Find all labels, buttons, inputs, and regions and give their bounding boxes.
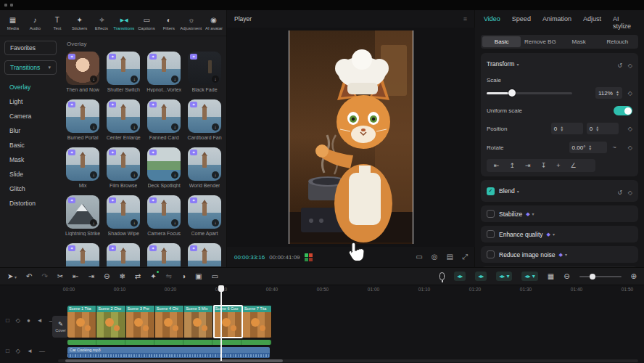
delete-left-icon[interactable]: ⇤ <box>73 272 78 280</box>
video-preview[interactable] <box>289 30 413 244</box>
stepper-icon[interactable]: ▲▼ <box>616 90 619 97</box>
align-angle-icon[interactable]: ∠ <box>570 162 576 169</box>
transition-item[interactable]: ✦↓Burned Portal <box>65 99 100 140</box>
stepper-icon[interactable]: ▲▼ <box>560 126 564 132</box>
zoom-slider-knob[interactable] <box>590 274 595 280</box>
rotate-dial-icon[interactable]: ~ <box>613 144 616 151</box>
zoom-out-icon[interactable]: ⊖ <box>564 272 569 280</box>
subtab-mask[interactable]: Mask <box>560 36 598 47</box>
sidebar-item-basic[interactable]: Basic <box>0 138 61 152</box>
player-menu-icon[interactable]: ≡ <box>463 15 467 23</box>
tab-audio[interactable]: ♪Audio <box>24 16 46 30</box>
rotate-value-field[interactable]: 0.00°▲▼ <box>569 142 607 153</box>
align-left-icon[interactable]: ⇤ <box>494 162 500 169</box>
tab-text[interactable]: TText <box>46 16 69 30</box>
transition-item[interactable]: ✦↓Fanned Card <box>146 99 181 140</box>
color-indicator-icon[interactable] <box>305 253 313 261</box>
mute-icon[interactable]: ◄ <box>27 348 33 354</box>
scrollbar-thumb[interactable] <box>65 359 283 362</box>
sidebar-item-slide[interactable]: Slide <box>0 167 61 182</box>
tab-animation[interactable]: Animation <box>542 15 571 30</box>
chevron-down-icon[interactable]: ▾ <box>517 189 519 194</box>
undo-icon[interactable]: ↶ <box>26 272 32 280</box>
uniform-scale-toggle[interactable] <box>614 106 632 115</box>
freeze-frame-icon[interactable]: ❄ <box>119 272 125 280</box>
reset-icon[interactable]: ↺ <box>617 189 622 196</box>
tab-adjustment[interactable]: ☼Adjustment <box>180 16 202 30</box>
fullscreen-icon[interactable]: ⤢ <box>462 253 468 261</box>
transition-item[interactable]: ✦↓World Bender <box>187 147 222 188</box>
subtab-retouch[interactable]: Retouch <box>598 36 637 47</box>
tab-captions[interactable]: ▭Captions <box>136 16 158 30</box>
tab-ai-avatar[interactable]: ◉AI avatar <box>202 16 225 30</box>
clip-scene-5[interactable]: Scene 5 Mix <box>184 306 213 338</box>
stepper-icon[interactable]: ▲▼ <box>595 126 599 132</box>
magic-tools-icon[interactable]: ✦ <box>150 272 156 280</box>
align-bottom-icon[interactable]: ↧ <box>541 162 547 169</box>
transition-item[interactable]: ✦ <box>187 243 222 266</box>
transition-item[interactable]: ✦ <box>65 243 100 266</box>
split-icon[interactable]: ✂ <box>57 272 63 280</box>
sidebar-item-camera[interactable]: Camera <box>0 109 61 123</box>
scale-slider-knob[interactable] <box>508 89 516 97</box>
clip-scene-1[interactable]: Scene 1 Tita <box>67 306 96 338</box>
reverse-icon[interactable]: ⇄ <box>135 272 141 280</box>
aspect-ratio-icon[interactable]: ▭ <box>416 253 422 261</box>
tab-effects[interactable]: ✧Effects <box>91 16 113 30</box>
subtab-basic[interactable]: Basic <box>482 36 521 47</box>
horizontal-scrollbar[interactable] <box>58 359 638 362</box>
sidebar-item-mask[interactable]: Mask <box>0 152 61 167</box>
clip-scene-6[interactable]: Scene 6 Coo <box>213 306 242 338</box>
transition-item[interactable]: ✦↓Shutter Switch <box>106 52 141 92</box>
sidebar-item-overlay[interactable]: Overlay <box>0 80 61 94</box>
mute-icon[interactable]: ◄ <box>37 317 43 324</box>
main-track-magnet-icon[interactable]: ◂▸ <box>454 272 466 281</box>
sidebar-group-transitions[interactable]: Transitions▾ <box>4 60 57 75</box>
align-top-icon[interactable]: ↥ <box>510 162 516 169</box>
window-settings-icon[interactable] <box>10 4 13 7</box>
transition-item[interactable]: ✦↓Come Apart <box>187 195 222 236</box>
transition-item[interactable]: ✦↓Camera Focus <box>146 195 181 236</box>
zoom-in-icon[interactable]: ⊕ <box>631 272 637 280</box>
enhance-quality-checkbox[interactable]: ✓ <box>487 230 495 238</box>
lock-icon[interactable]: ◇ <box>16 348 20 354</box>
align-right-icon[interactable]: ⇥ <box>525 162 531 169</box>
blend-checkbox[interactable]: ✓ <box>487 187 495 195</box>
rotate-clip-icon[interactable]: ◑ <box>181 272 186 280</box>
transition-item[interactable]: ✦↓Center Enlarge <box>106 99 141 140</box>
subtab-remove-bg[interactable]: Remove BG <box>521 36 559 47</box>
sidebar-item-distortion[interactable]: Distortion <box>0 196 61 211</box>
chevron-down-icon[interactable]: ▾ <box>532 211 534 216</box>
keyframe-icon[interactable]: ◇ <box>628 144 632 151</box>
tab-ai-stylize[interactable]: AI stylize <box>613 15 635 30</box>
clip-scene-7[interactable]: Scene 7 Tita <box>243 306 272 338</box>
position-x-field[interactable]: 0▲▼ <box>551 123 583 134</box>
cover-button[interactable]: ✎ Cover <box>52 316 69 338</box>
delete-right-icon[interactable]: ⇥ <box>88 272 94 280</box>
sidebar-item-favorites[interactable]: Favorites <box>4 41 57 55</box>
transition-item[interactable]: ✦↓Mix <box>65 147 100 188</box>
tab-media[interactable]: ▦Media <box>1 16 24 30</box>
keyframe-icon[interactable]: ◇ <box>628 126 632 132</box>
clip-scene-3[interactable]: Scene 3 Pre <box>126 306 155 338</box>
chevron-down-icon[interactable]: ▾ <box>565 252 567 257</box>
tab-filters[interactable]: ◐Filters <box>158 16 181 30</box>
hide-icon[interactable]: ● <box>27 317 30 324</box>
sidebar-item-light[interactable]: Light <box>0 94 61 109</box>
record-voiceover-icon[interactable] <box>439 272 445 280</box>
reset-icon[interactable]: ↺ <box>617 62 622 69</box>
video-track[interactable]: Scene 1 Tita Scene 2 Cho Scene 3 Pre Sce… <box>67 306 272 338</box>
crop-icon[interactable]: ▣ <box>195 272 202 280</box>
delete-icon[interactable]: ⊖ <box>104 272 110 280</box>
transition-item[interactable]: ✦↓Deck Spotlight <box>146 147 181 188</box>
transition-item[interactable]: ✦↓Lightning Strike <box>65 195 100 236</box>
transition-item[interactable]: ✦↓Black Fade <box>187 52 222 92</box>
reduce-noise-checkbox[interactable]: ✓ <box>487 250 495 258</box>
timeline-area[interactable]: 00:00 00:10 00:20 00:30 00:40 00:50 01:0… <box>0 285 644 363</box>
scale-value-field[interactable]: 112%▲▼ <box>595 87 622 99</box>
transition-item[interactable]: ✦ <box>146 243 181 266</box>
keyframe-icon[interactable]: ◇ <box>628 189 632 196</box>
sidebar-item-blur[interactable]: Blur <box>0 123 61 138</box>
keyframe-icon[interactable]: ◇ <box>628 90 632 97</box>
auto-snap-icon[interactable]: ◂▸ <box>475 272 487 281</box>
